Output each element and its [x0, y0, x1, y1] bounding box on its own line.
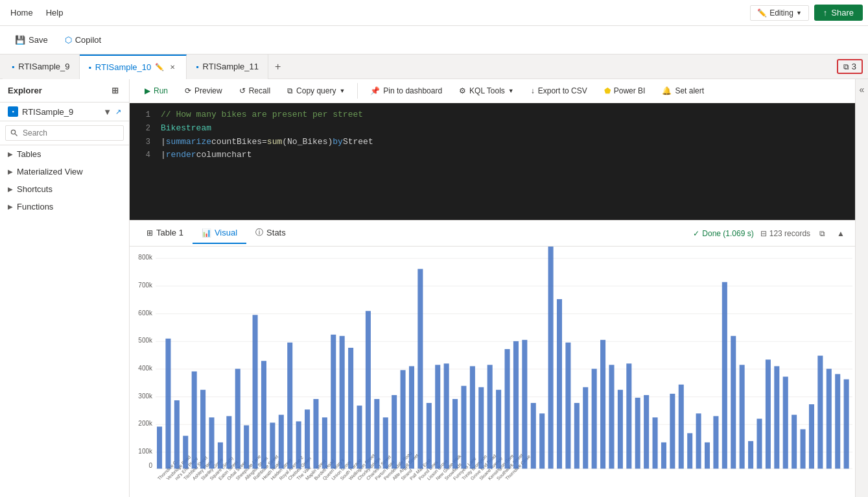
- run-button[interactable]: ▶ Run: [137, 83, 175, 99]
- tab-close-button[interactable]: ✕: [168, 62, 177, 72]
- svg-rect-126: [740, 365, 745, 468]
- copy-icon: ⧉: [843, 62, 849, 71]
- svg-rect-115: [644, 395, 649, 468]
- result-tab-visual[interactable]: 📊 Visual: [193, 223, 246, 244]
- tab-rtisample9[interactable]: ▪ RTISample_9: [3, 55, 80, 79]
- share-icon: ↑: [823, 8, 828, 18]
- svg-rect-92: [478, 387, 484, 469]
- toolbar: 💾 Save ⬡ Copilot: [0, 26, 868, 55]
- check-icon: ✓: [693, 229, 699, 238]
- run-icon: ▶: [145, 86, 150, 95]
- svg-rect-127: [748, 441, 753, 469]
- svg-rect-117: [661, 442, 666, 469]
- svg-rect-30: [209, 417, 214, 468]
- svg-rect-96: [496, 390, 501, 469]
- svg-rect-86: [452, 399, 458, 468]
- kql-toolbar: ▶ Run ⟳ Preview ↺ Recall ⧉ Copy query ▼ …: [130, 79, 855, 103]
- svg-rect-34: [226, 416, 231, 468]
- svg-rect-101: [522, 340, 527, 468]
- svg-rect-124: [722, 282, 727, 469]
- svg-rect-20: [165, 339, 170, 468]
- dropdown-arrow-icon: ▼: [339, 88, 345, 94]
- sidebar-item-functions[interactable]: ▶ Functions: [0, 198, 129, 215]
- save-label: Save: [29, 35, 48, 45]
- copy-query-button[interactable]: ⧉ Copy query ▼: [280, 83, 352, 99]
- recall-button[interactable]: ↺ Recall: [232, 83, 277, 99]
- svg-rect-102: [531, 403, 536, 468]
- sidebar-item-materialized-view[interactable]: ▶ Materialized View: [0, 163, 129, 180]
- svg-rect-123: [713, 416, 718, 468]
- copilot-button[interactable]: ⬡ Copilot: [58, 31, 108, 49]
- svg-text:200k: 200k: [138, 420, 153, 427]
- svg-rect-94: [487, 365, 493, 468]
- recall-label: Recall: [249, 86, 270, 95]
- status-records: ⊟ 123 records: [760, 229, 810, 238]
- visual-tab-label: Visual: [215, 228, 237, 237]
- svg-rect-105: [557, 299, 562, 468]
- menu-help[interactable]: Help: [41, 5, 69, 20]
- svg-rect-118: [670, 394, 675, 468]
- svg-rect-60: [340, 336, 345, 469]
- line-number: 1: [135, 109, 150, 121]
- results-status: ✓ Done (1.069 s) ⊟ 123 records ⧉ ▲: [693, 228, 847, 239]
- tab-counter[interactable]: ⧉ 3: [837, 59, 863, 74]
- code-function: sum: [267, 136, 282, 149]
- collapse-icon: «: [860, 84, 865, 95]
- top-bar: Home Help ✏️ Editing ▼ ↑ Share: [0, 0, 868, 26]
- kql-tools-button[interactable]: ⚙ KQL Tools ▼: [452, 83, 521, 99]
- results-tabs-bar: ⊞ Table 1 📊 Visual ⓘ Stats ✓ Done (1.069…: [130, 221, 855, 247]
- editor-line-4: 4 | render columnchart: [130, 149, 855, 162]
- counter-value: 3: [852, 62, 856, 71]
- svg-rect-109: [592, 369, 597, 468]
- editing-button[interactable]: ✏️ Editing ▼: [750, 5, 809, 21]
- svg-rect-82: [435, 365, 440, 468]
- db-external-link[interactable]: ↗: [115, 108, 121, 116]
- svg-rect-36: [235, 369, 240, 468]
- tab-rtisample11[interactable]: ▪ RTISample_11: [187, 55, 268, 79]
- save-button[interactable]: 💾 Save: [8, 31, 55, 49]
- svg-rect-134: [809, 404, 814, 468]
- copilot-icon: ⬡: [65, 35, 72, 45]
- top-bar-right: ✏️ Editing ▼ ↑ Share: [750, 5, 863, 21]
- svg-rect-98: [505, 349, 510, 468]
- svg-rect-106: [565, 343, 570, 468]
- code-pipe: |: [161, 136, 166, 149]
- toolbar-divider: [357, 83, 358, 99]
- result-tab-table[interactable]: ⊞ Table 1: [137, 223, 193, 244]
- search-input[interactable]: [5, 125, 124, 141]
- tab-rtisample10[interactable]: ▪ RTISample_10 ✏️ ✕: [80, 55, 187, 79]
- code-identifier: Bikestream: [161, 122, 211, 136]
- tree-item-label: Materialized View: [17, 167, 83, 176]
- svg-rect-125: [731, 336, 736, 469]
- collapse-results-button[interactable]: ▲: [834, 228, 847, 239]
- svg-rect-110: [600, 340, 605, 468]
- svg-rect-111: [609, 365, 614, 468]
- set-alert-button[interactable]: 🔔 Set alert: [655, 83, 711, 99]
- add-tab-button[interactable]: +: [268, 57, 287, 77]
- edit-tab-icon[interactable]: ✏️: [155, 63, 164, 71]
- export-csv-button[interactable]: ↓ Export to CSV: [524, 83, 594, 99]
- sidebar-item-tables[interactable]: ▶ Tables: [0, 145, 129, 163]
- preview-button[interactable]: ⟳ Preview: [178, 83, 229, 99]
- db-dropdown-arrow[interactable]: ▼: [103, 107, 111, 117]
- stats-tab-label: Stats: [266, 228, 286, 237]
- svg-text:600k: 600k: [138, 309, 153, 317]
- kql-editor[interactable]: 1 // How many bikes are present per stre…: [130, 103, 855, 220]
- svg-rect-42: [261, 361, 266, 468]
- tree-item-label: Shortcuts: [17, 184, 53, 194]
- recall-icon: ↺: [239, 86, 246, 95]
- edit-icon: ✏️: [757, 8, 767, 18]
- sidebar-item-shortcuts[interactable]: ▶ Shortcuts: [0, 180, 129, 198]
- power-bi-button[interactable]: ⬟ Power BI: [597, 83, 653, 99]
- chart-area: 800k 700k 600k 500k 400k 300k 200k 100k …: [130, 247, 855, 497]
- right-collapse-panel[interactable]: «: [855, 79, 868, 497]
- share-button[interactable]: ↑ Share: [814, 5, 863, 21]
- panel-icon-button[interactable]: ⊞: [109, 84, 121, 97]
- menu-home[interactable]: Home: [5, 5, 38, 20]
- top-bar-menu: Home Help: [5, 5, 68, 20]
- pin-dashboard-button[interactable]: 📌 Pin to dashboard: [363, 83, 449, 99]
- result-tab-stats[interactable]: ⓘ Stats: [246, 222, 295, 245]
- copy-result-button[interactable]: ⧉: [817, 228, 828, 239]
- svg-rect-132: [792, 415, 797, 468]
- preview-label: Preview: [194, 86, 222, 95]
